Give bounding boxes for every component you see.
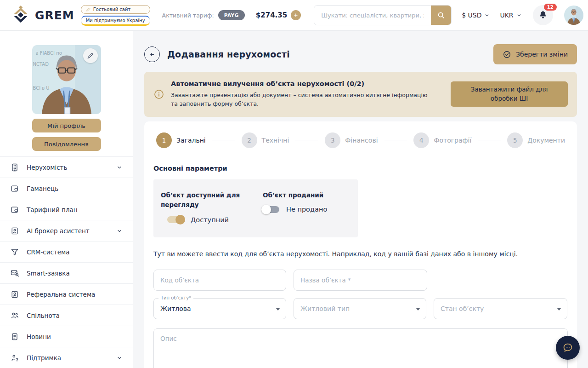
profile-photo: а FIABCI по NCTAD BCI в U <box>32 45 101 114</box>
top-header: GREM Гостьовий сайт Ми підтримуємо Украї… <box>0 0 588 30</box>
chat-widget-button[interactable] <box>556 336 580 360</box>
step-label: Фотографії <box>434 137 471 144</box>
tariff-plan-pill[interactable]: PAYG <box>218 10 245 20</box>
sidebar: а FIABCI по NCTAD BCI в U Мій профіль По… <box>0 30 133 368</box>
object-type-value: Житлова <box>160 305 191 312</box>
chevron-down-icon <box>116 164 123 171</box>
search-button[interactable] <box>431 6 451 25</box>
code-hint-text: Тут ви можете ввести код для об’єкта нер… <box>153 250 568 258</box>
language-value: UKR <box>500 12 513 19</box>
edit-photo-button[interactable] <box>83 48 98 63</box>
page-title: Додавання нерухомості <box>167 49 290 59</box>
guest-site-badge[interactable]: Гостьовий сайт <box>81 5 150 14</box>
step-connector <box>295 140 318 140</box>
notifications-button[interactable]: 12 <box>533 5 553 25</box>
main-content: Додавання нерухомості Зберегти зміни Авт… <box>133 30 588 368</box>
currency-selector[interactable]: $ USD <box>462 12 490 19</box>
sidebar-item-real-estate[interactable]: Нерухомість <box>0 156 133 178</box>
bell-icon <box>538 10 548 20</box>
save-changes-label: Зберегти зміни <box>516 51 568 58</box>
sidebar-item-smart-request[interactable]: Smart-заявка <box>0 262 133 283</box>
sidebar-item-support[interactable]: Підтримка <box>0 347 133 368</box>
dropdown-arrow-icon <box>557 308 561 310</box>
guest-site-label: Гостьовий сайт <box>93 7 131 12</box>
step-number: 1 <box>156 132 172 148</box>
info-icon <box>153 89 164 100</box>
support-ukraine-label: Ми підтримуємо Україну <box>86 18 145 23</box>
photo-background-text: NCTAD <box>33 62 49 67</box>
messages-button[interactable]: Повідомлення <box>32 137 101 151</box>
chevron-down-icon <box>484 12 490 18</box>
ai-extraction-banner: Автоматичне вилучення об’єкта нерухомост… <box>144 72 577 117</box>
object-type-label: Тип об’єкту* <box>158 295 193 300</box>
logo-text: GREM <box>35 9 74 22</box>
banner-description: Завантажте презентацію або документ – си… <box>171 91 435 109</box>
currency-value: $ USD <box>462 12 481 19</box>
step-general[interactable]: 1 Загальні <box>156 132 206 148</box>
section-title: Основні параметри <box>153 165 568 172</box>
sold-toggle[interactable] <box>263 206 279 213</box>
step-label: Фінансові <box>345 137 378 144</box>
sidebar-item-referral-system[interactable]: Реферальна система <box>0 283 133 305</box>
step-number: 3 <box>325 132 340 148</box>
assistant-card-icon <box>10 226 19 236</box>
object-condition-placeholder: Стан об’єкту <box>441 305 484 312</box>
visibility-state: Доступний <box>191 216 229 224</box>
support-ukraine-badge[interactable]: Ми підтримуємо Україну <box>81 16 150 26</box>
page-header: Додавання нерухомості Зберегти зміни <box>144 44 577 64</box>
step-connector <box>212 140 235 140</box>
stepper: 1 Загальні 2 Технічні 3 Фінансові 4 Фото… <box>153 132 568 148</box>
sidebar-item-crm-system[interactable]: CRM-система <box>0 241 133 262</box>
sidebar-item-ai-broker-assistant[interactable]: AI брокер асистент <box>0 220 133 241</box>
status-toggles: Об’єкт доступний для перегляду Доступний… <box>153 179 358 237</box>
upload-ai-file-button[interactable]: Завантажити файл для обробки ШІ <box>451 81 568 107</box>
sold-toggle-row: Не продано <box>263 206 327 213</box>
sidebar-item-tariff-plan[interactable]: Тарифний план <box>0 199 133 220</box>
visibility-toggle-row: Доступний <box>167 216 263 224</box>
arrow-left-icon <box>148 51 156 58</box>
step-documents[interactable]: 5 Документи <box>507 132 565 148</box>
code-name-row <box>153 270 568 291</box>
sidebar-item-community[interactable]: Спільнота <box>0 305 133 326</box>
object-code-input[interactable] <box>153 270 286 291</box>
visibility-toggle[interactable] <box>167 216 184 223</box>
header-badges: Гостьовий сайт Ми підтримуємо Україну <box>81 5 150 26</box>
step-connector <box>384 140 407 140</box>
step-financial[interactable]: 3 Фінансові <box>325 132 378 148</box>
people-icon <box>10 311 19 320</box>
toggle-knob <box>261 205 271 214</box>
top-up-balance-button[interactable] <box>291 10 301 20</box>
plus-icon <box>293 12 299 18</box>
my-profile-button[interactable]: Мій профіль <box>32 119 101 132</box>
notifications-count-badge: 12 <box>544 4 557 11</box>
user-avatar[interactable] <box>564 6 583 25</box>
step-number: 5 <box>507 132 523 148</box>
photo-background-text: BCI в U <box>33 86 50 91</box>
sold-toggle-group: Об’єкт проданий Не продано <box>263 190 327 224</box>
search-input[interactable] <box>314 6 431 25</box>
sidebar-item-label: AI брокер асистент <box>27 227 90 235</box>
step-technical[interactable]: 2 Технічні <box>242 132 289 148</box>
chevron-down-icon <box>116 228 123 234</box>
description-textarea[interactable] <box>153 328 568 368</box>
wallet-icon <box>10 184 19 193</box>
step-label: Документи <box>527 137 565 144</box>
dropdown-arrow-icon <box>276 308 280 310</box>
sidebar-item-wallet[interactable]: Гаманець <box>0 178 133 199</box>
sidebar-nav: Нерухомість Гаманець Тарифний план AI бр… <box>0 156 133 368</box>
step-number: 4 <box>413 132 429 148</box>
language-selector[interactable]: UKR <box>500 12 521 19</box>
funnel-icon <box>10 247 19 257</box>
object-name-input[interactable] <box>294 270 427 291</box>
save-changes-button[interactable]: Зберегти зміни <box>493 44 577 64</box>
back-button[interactable] <box>144 46 160 62</box>
search-icon <box>436 11 446 20</box>
residential-type-select[interactable]: Житловий тип <box>294 298 426 319</box>
sidebar-item-news[interactable]: Новини <box>0 326 133 347</box>
logo[interactable]: GREM <box>11 5 74 25</box>
tariff-label: Активний тариф: <box>162 12 214 19</box>
news-icon <box>10 332 19 341</box>
object-type-select[interactable]: Тип об’єкту* Житлова <box>153 298 286 319</box>
object-condition-select[interactable]: Стан об’єкту <box>434 298 567 319</box>
step-photos[interactable]: 4 Фотографії <box>413 132 471 148</box>
